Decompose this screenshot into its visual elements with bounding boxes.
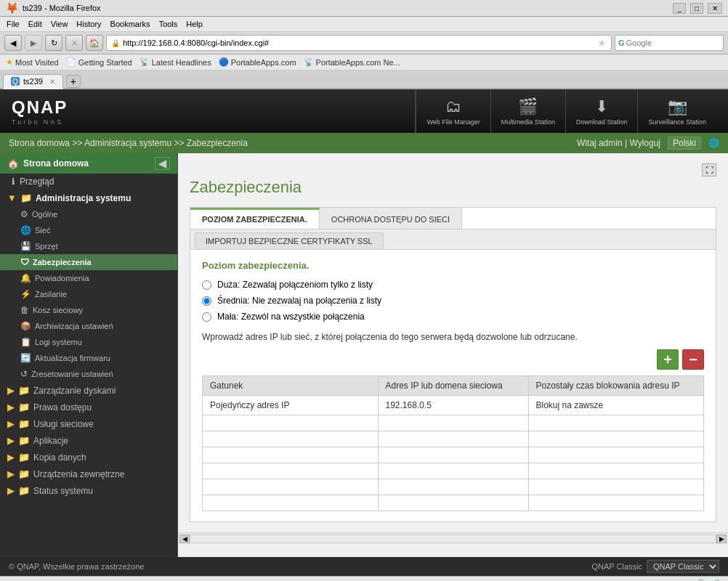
menu-file[interactable]: File bbox=[3, 18, 23, 30]
search-input[interactable] bbox=[626, 38, 727, 47]
cell-adres: 192.168.0.5 bbox=[378, 396, 528, 415]
tab-poziom[interactable]: POZIOM ZABEZPIECZENIA. bbox=[190, 208, 320, 229]
sidebar-item-urzadzenia[interactable]: ▶ 📁 Urządzenia zewnętrzne bbox=[0, 466, 177, 482]
hscroll-left[interactable]: ◀ bbox=[179, 535, 190, 543]
uslugi-folder-icon2: 📁 bbox=[18, 418, 30, 429]
page-title: Zabezpieczenia bbox=[190, 178, 716, 197]
forward-button[interactable]: ▶ bbox=[25, 35, 42, 51]
sidebar-item-sprzet[interactable]: 💾 Sprzęt bbox=[0, 238, 177, 254]
sidebar-item-kopia[interactable]: ▶ 📁 Kopia danych bbox=[0, 449, 177, 466]
subtabs-row: IMPORTUJ BEZPIECZNE CERTYFIKATY SSL bbox=[190, 229, 716, 250]
archiwizacja-label: Archiwizacja ustawień bbox=[35, 322, 113, 330]
hscroll-track[interactable] bbox=[190, 535, 716, 543]
sidebar-item-reset[interactable]: ↺ Zresetowanie ustawień bbox=[0, 366, 177, 382]
tab-title: ts239 bbox=[23, 77, 43, 86]
webfile-icon: 🗂 bbox=[445, 97, 461, 116]
aplikacje-folder-icon: ▶ bbox=[7, 435, 15, 446]
sidebar-item-uslugi[interactable]: ▶ 📁 Usługi sieciowe bbox=[0, 415, 177, 432]
sidebar-item-zabezpieczenia[interactable]: 🛡 Zabezpieczenia bbox=[0, 254, 177, 270]
radio-low[interactable]: Mała: Zezwól na wszystkie połączenia bbox=[202, 312, 704, 322]
bookmark-portableapps-ne[interactable]: 📡 PortableApps.com Ne... bbox=[304, 57, 400, 67]
menu-tools[interactable]: Tools bbox=[155, 18, 182, 30]
sidebar-item-aktualizacja[interactable]: 🔄 Aktualizacja firmwaru bbox=[0, 350, 177, 366]
close-btn[interactable]: ✕ bbox=[708, 3, 722, 14]
powiadomienia-label: Powiadomienia bbox=[35, 274, 89, 283]
remove-button[interactable]: − bbox=[682, 349, 704, 370]
sidebar-item-kosz[interactable]: 🗑 Kosz sieciowy bbox=[0, 302, 177, 318]
address-input[interactable] bbox=[123, 38, 594, 47]
header-app-webfile[interactable]: 🗂 Web File Manager bbox=[416, 89, 490, 133]
radio-high[interactable]: Duża: Zezwalaj połączeniom tylko z listy bbox=[202, 280, 704, 290]
sidebar-item-siec[interactable]: 🌐 Sieć bbox=[0, 222, 177, 238]
browser-titlebar: 🦊 ts239 - Mozilla Firefox _ □ ✕ bbox=[0, 0, 728, 17]
sidebar-item-archiwizacja[interactable]: 📦 Archiwizacja ustawień bbox=[0, 318, 177, 334]
multimedia-label: Multimedia Station bbox=[501, 118, 555, 126]
stop-button[interactable]: ✕ bbox=[65, 35, 83, 51]
subtab-certyfikaty[interactable]: IMPORTUJ BEZPIECZNE CERTYFIKATY SSL bbox=[195, 232, 384, 249]
sidebar-item-logi[interactable]: 📋 Logi systemu bbox=[0, 334, 177, 350]
sidebar-item-ogolne[interactable]: ⚙ Ogólne bbox=[0, 206, 177, 222]
status-folder-icon: ▶ bbox=[7, 485, 15, 496]
bookmark-getting-started[interactable]: 📄 Getting Started bbox=[66, 57, 132, 67]
maximize-button[interactable]: ⛶ bbox=[702, 163, 716, 176]
new-tab-button[interactable]: + bbox=[66, 75, 81, 88]
browser-tab-active[interactable]: Q ts239 ✕ bbox=[3, 74, 63, 89]
sidebar-item-admin[interactable]: ▼ 📁 Administracja systemu bbox=[0, 190, 177, 206]
sidebar-item-zasilanie[interactable]: ⚡ Zasilanie bbox=[0, 286, 177, 302]
przeglad-icon: ℹ bbox=[12, 176, 15, 187]
bookmark-most-visited[interactable]: ★ Most Visited bbox=[6, 57, 59, 67]
reset-icon: ↺ bbox=[20, 369, 28, 379]
hscroll-right[interactable]: ▶ bbox=[716, 535, 727, 543]
bookmark-portableapps[interactable]: 🔵 PortableApps.com bbox=[219, 57, 296, 67]
menu-history[interactable]: History bbox=[73, 18, 105, 30]
minimize-btn[interactable]: _ bbox=[673, 3, 686, 14]
header-app-multimedia[interactable]: 🎬 Multimedia Station bbox=[490, 89, 565, 133]
sidebar-item-prawa[interactable]: ▶ 📁 Prawa dostępu bbox=[0, 399, 177, 415]
header-app-download[interactable]: ⬇ Download Station bbox=[565, 89, 638, 133]
col-gatunek: Gatunek bbox=[203, 376, 379, 396]
sidebar-item-aplikacje[interactable]: ▶ 📁 Aplikacje bbox=[0, 432, 177, 449]
firefox-icon: 🦊 bbox=[6, 2, 18, 14]
language-selector[interactable]: Polski bbox=[668, 137, 701, 150]
cell-gatunek: Pojedyńczy adres IP bbox=[203, 396, 379, 415]
table-row-empty-6 bbox=[203, 495, 704, 511]
uslugi-label: Usługi sieciowe bbox=[33, 419, 94, 429]
globe-icon: 🌐 bbox=[708, 138, 719, 148]
table-row[interactable]: Pojedyńczy adres IP 192.168.0.5 Blokuj n… bbox=[203, 396, 704, 415]
col-adres: Adres IP lub domena sieciowa bbox=[378, 376, 528, 396]
star-icon: ★ bbox=[6, 57, 13, 67]
admin-label: Administracja systemu bbox=[36, 193, 131, 203]
sidebar-item-dyski[interactable]: ▶ 📁 Zarządzanie dyskami bbox=[0, 382, 177, 399]
back-button[interactable]: ◀ bbox=[4, 35, 22, 51]
przeglad-label: Przegląd bbox=[20, 176, 54, 187]
star-bookmark-icon[interactable]: ★ bbox=[597, 37, 607, 49]
home-button[interactable]: 🏠 bbox=[86, 35, 103, 51]
search-container: G 🔍 bbox=[615, 35, 724, 51]
browser-title: ts239 - Mozilla Firefox bbox=[23, 4, 668, 12]
bookmark-latest-headlines[interactable]: 📡 Latest Headlines bbox=[139, 57, 211, 67]
add-button[interactable]: + bbox=[657, 349, 679, 370]
table-row-empty-5 bbox=[203, 479, 704, 495]
radio-group: Duża: Zezwalaj połączeniom tylko z listy… bbox=[202, 280, 704, 322]
tab-close-icon[interactable]: ✕ bbox=[49, 78, 55, 86]
sidebar-item-powiadomienia[interactable]: 🔔 Powiadomienia bbox=[0, 270, 177, 286]
admin-folder-icon: ▼ bbox=[7, 192, 17, 203]
maximize-area: ⛶ bbox=[190, 163, 716, 176]
hscroll-container: ◀ ▶ bbox=[178, 532, 728, 544]
surveillance-label: Surveillance Station bbox=[648, 118, 706, 126]
reload-button[interactable]: ↻ bbox=[45, 35, 62, 51]
table-row-empty-4 bbox=[203, 463, 704, 479]
sidebar-toggle-icon[interactable]: ◀ bbox=[155, 157, 170, 170]
aplikacje-folder-icon2: 📁 bbox=[18, 435, 30, 446]
restore-btn[interactable]: □ bbox=[690, 3, 703, 14]
menu-view[interactable]: View bbox=[47, 18, 72, 30]
sidebar-item-status[interactable]: ▶ 📁 Status systemu bbox=[0, 482, 177, 499]
menu-edit[interactable]: Edit bbox=[25, 18, 46, 30]
radio-medium[interactable]: Średnia: Nie zezwalaj na połączenia z li… bbox=[202, 296, 704, 306]
tab-ochrona[interactable]: OCHRONA DOSTĘPU DO SIECI bbox=[320, 208, 462, 229]
header-app-surveillance[interactable]: 📷 Surveillance Station bbox=[637, 89, 716, 133]
menu-bookmarks[interactable]: Bookmarks bbox=[107, 18, 154, 30]
theme-selector[interactable]: QNAP Classic bbox=[647, 560, 719, 573]
menu-help[interactable]: Help bbox=[182, 18, 206, 30]
sidebar-item-przeglad[interactable]: ℹ Przegląd bbox=[0, 174, 177, 190]
